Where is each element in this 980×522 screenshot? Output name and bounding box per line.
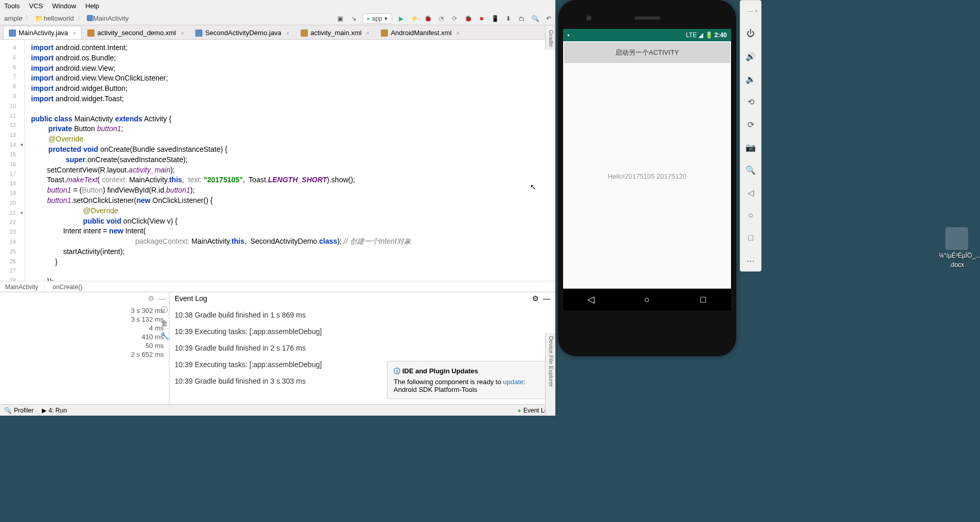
android-nav-bar: ◁ ○ □ <box>563 289 731 310</box>
crumb-class[interactable]: MainActivity <box>5 283 38 291</box>
crumb-method[interactable]: onCreate() <box>53 283 82 291</box>
line-number: 7 <box>0 72 24 82</box>
app-button[interactable]: 启动另一个ACTIVITY <box>564 42 730 63</box>
line-number: 5 <box>0 53 24 62</box>
volume-up-icon[interactable]: 🔊 <box>744 50 757 62</box>
code-area[interactable]: import android.content.Intent; import an… <box>25 40 555 281</box>
line-number: 9 <box>0 91 24 101</box>
menubar: Tools VCS Window Help <box>0 0 555 11</box>
tab-second-activity-demo[interactable]: SecondActivityDemo.java× <box>190 26 295 39</box>
run-icon[interactable]: ▶ <box>396 14 406 23</box>
event-log-panel: ⓘ 🗑 🔧 Event Log ⚙ — 10:38 Gradle build f… <box>169 292 555 404</box>
nav-seg[interactable]: helloworld <box>43 14 74 22</box>
menu-vcs[interactable]: VCS <box>29 2 43 10</box>
status-bar: 🔍 Profiler ▶ 4: Run Event Log <box>0 404 555 416</box>
app-icon: ▪ <box>567 31 569 39</box>
line-number: 16 <box>0 160 24 169</box>
close-icon[interactable]: × <box>73 30 76 36</box>
run-config-selector[interactable]: app ▾ <box>363 13 392 24</box>
nav-seg[interactable]: ample <box>4 14 22 22</box>
timing: 50 ms <box>5 342 164 351</box>
code-editor[interactable]: 4 5 6 7 8 9 10 11 12 13 14 15 16 17 18 1… <box>0 40 555 281</box>
device-explorer-tab[interactable]: Device File Explorer <box>545 333 555 416</box>
trash-icon[interactable]: 🗑 <box>161 319 168 327</box>
xml-icon <box>381 29 388 37</box>
line-number: 28 <box>0 276 24 281</box>
close-icon[interactable]: × <box>286 30 289 36</box>
minimize-icon[interactable]: — <box>543 294 550 303</box>
line-number: 25 <box>0 247 24 257</box>
minimize-icon[interactable]: — <box>159 294 166 303</box>
zoom-icon[interactable]: 🔍 <box>744 164 757 176</box>
cursor-icon: ↖ <box>530 183 536 191</box>
wrench-icon[interactable]: 🔧 <box>160 331 169 340</box>
back-icon[interactable]: ↶ <box>544 14 553 23</box>
apply-changes-icon[interactable]: ⚡ <box>410 14 419 23</box>
nav-seg[interactable]: MainActivity <box>93 14 129 22</box>
recents-button[interactable]: □ <box>698 294 708 305</box>
line-number: 21 <box>0 208 24 218</box>
line-number: 11 <box>0 111 24 121</box>
gear-icon[interactable]: ⚙ <box>148 294 154 303</box>
run-tool-button[interactable]: ▶ 4: Run <box>42 407 67 414</box>
more-icon[interactable]: ⋯ <box>744 255 757 267</box>
gradle-tab[interactable]: Gradle <box>545 27 555 50</box>
volume-down-icon[interactable]: 🔉 <box>744 73 757 85</box>
line-number: 27 <box>0 266 24 276</box>
camera-icon[interactable]: 📷 <box>744 141 757 153</box>
power-icon[interactable]: ⏻ <box>744 27 757 40</box>
profile-icon[interactable]: ◔ <box>437 14 446 23</box>
desktop-file[interactable]: .docx <box>939 261 975 268</box>
gear-icon[interactable]: ⚙ <box>532 294 539 303</box>
log-entry: 10:39 Executing tasks: [:app:assembleDeb… <box>175 323 550 340</box>
java-icon <box>9 29 16 37</box>
avd-icon[interactable]: 📱 <box>490 14 500 23</box>
line-number: 15 <box>0 150 24 160</box>
log-entry: 10:38 Gradle build finished in 1 s 869 m… <box>175 307 550 323</box>
update-link[interactable]: update <box>503 378 524 386</box>
line-number: 22 <box>0 217 24 227</box>
overview-icon[interactable]: □ <box>744 232 757 244</box>
sync-icon[interactable]: ↘ <box>349 14 359 23</box>
rotate-right-icon[interactable]: ⟳ <box>744 118 757 131</box>
close-icon[interactable]: × <box>456 30 459 36</box>
menu-help[interactable]: Help <box>85 2 99 10</box>
line-number: 8 <box>0 82 24 91</box>
java-icon <box>195 29 203 37</box>
sdk-icon[interactable]: ⬇ <box>504 14 513 23</box>
tab-android-manifest[interactable]: AndroidManifest.xml× <box>375 26 465 39</box>
menu-window[interactable]: Window <box>52 2 76 10</box>
line-number: 18 <box>0 179 24 188</box>
build-panel: ⚙ — 3 s 302 ms 3 s 132 ms 4 ms 410 ms 50… <box>0 292 169 404</box>
screenshot-icon[interactable]: ▣ <box>336 14 345 23</box>
file-icon <box>945 227 968 250</box>
attach-icon[interactable]: ⟳ <box>450 14 459 23</box>
home-icon[interactable]: ○ <box>744 209 757 222</box>
timing: 410 ms <box>5 333 164 342</box>
line-number: 24 <box>0 237 24 247</box>
stop-icon[interactable]: ■ <box>477 14 486 23</box>
close-icon[interactable]: × <box>181 30 184 36</box>
menu-tools[interactable]: Tools <box>4 2 20 10</box>
tab-main-activity[interactable]: MainActivity.java× <box>3 26 82 39</box>
desktop-file[interactable]: ¼°íµÉ³ÉµÏÖ_... <box>939 227 975 259</box>
tab-activity-main[interactable]: activity_main.xml× <box>295 26 375 39</box>
attach-debug-icon[interactable]: 🐞 <box>463 14 473 23</box>
home-button[interactable]: ○ <box>642 294 652 305</box>
close-icon[interactable]: × <box>366 30 369 36</box>
line-number: 26 <box>0 257 24 266</box>
back-button[interactable]: ◁ <box>586 294 596 305</box>
search-icon[interactable]: 🔍 <box>531 14 540 23</box>
emulator-screen[interactable]: ▪ LTE ◢ 🔋 2:40 启动另一个ACTIVITY Hello!20175… <box>563 29 731 310</box>
profiler-button[interactable]: 🔍 Profiler <box>4 407 34 414</box>
speaker <box>634 17 660 20</box>
info-icon[interactable]: ⓘ <box>161 306 168 315</box>
tab-activity-second-demo[interactable]: activity_second_demo.xml× <box>82 26 190 39</box>
structure-icon[interactable]: 🗀 <box>517 14 526 23</box>
back-icon[interactable]: ◁ <box>744 186 757 199</box>
update-notification[interactable]: IDE and Plugin Updates The following com… <box>387 361 550 399</box>
close-icon[interactable]: — × <box>746 5 759 17</box>
debug-icon[interactable]: 🐞 <box>423 14 432 23</box>
rotate-left-icon[interactable]: ⟲ <box>744 96 757 108</box>
gutter[interactable]: 4 5 6 7 8 9 10 11 12 13 14 15 16 17 18 1… <box>0 40 25 281</box>
